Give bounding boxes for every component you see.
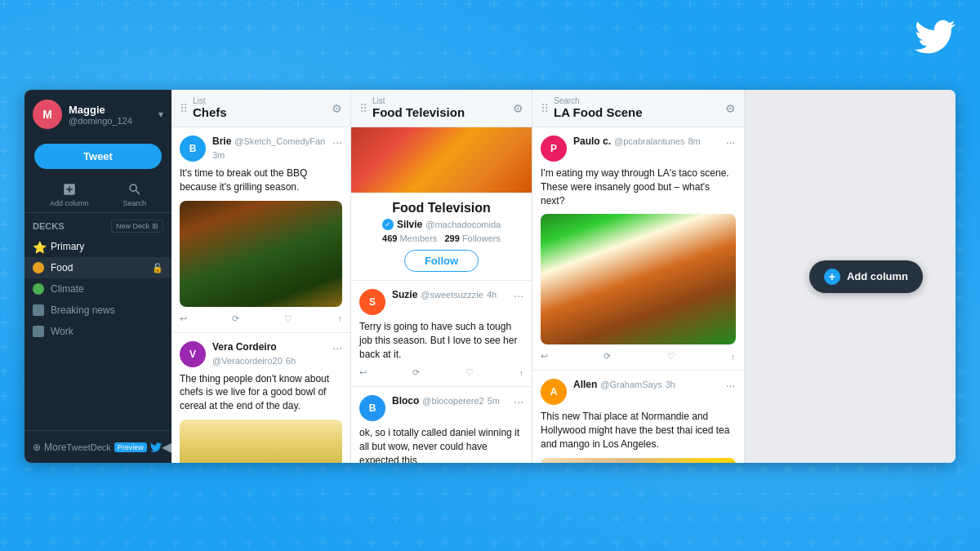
column-settings-icon[interactable]: ⚙ — [513, 102, 523, 115]
chevron-down-icon: ▾ — [158, 109, 163, 120]
sidebar-nav-icons: Add column Search — [24, 177, 172, 213]
drag-handle-icon[interactable]: ⠿ — [180, 102, 188, 115]
verified-badge: ✓ — [382, 219, 394, 230]
thai-woman-image — [541, 458, 736, 463]
tweet-handle: @Sketch_ComedyFan — [234, 136, 325, 146]
tweet-name-time: Brie @Sketch_ComedyFan 3m — [212, 136, 332, 160]
sidebar-item-food[interactable]: Food 🔓 — [24, 257, 172, 278]
column-chefs-content: B Brie @Sketch_ComedyFan 3m ··· It's tim… — [172, 127, 350, 463]
follow-button[interactable]: Follow — [404, 250, 479, 272]
decks-header: Decks New Deck ⊞ — [24, 213, 172, 236]
column-settings-icon[interactable]: ⚙ — [725, 102, 736, 115]
like-button[interactable]: ♡ — [667, 351, 675, 362]
display-name: Maggie — [69, 104, 158, 116]
tweet-button[interactable]: Tweet — [34, 144, 162, 169]
avatar: M — [33, 100, 62, 129]
tweet-image — [541, 458, 736, 463]
cereal-image — [180, 420, 342, 463]
user-profile[interactable]: M Maggie @domingo_124 ▾ — [24, 90, 172, 139]
sidebar-bottom: ⊕ More TweetDeck Preview ◀ — [24, 430, 172, 463]
share-button[interactable]: ↑ — [519, 368, 523, 378]
reply-button[interactable]: ↩ — [180, 313, 187, 324]
share-button[interactable]: ↑ — [337, 313, 342, 323]
column-title-chefs: Chefs — [193, 105, 227, 119]
plus-icon: ⊞ — [152, 222, 158, 230]
drag-handle-icon[interactable]: ⠿ — [541, 102, 549, 115]
tacos-image — [541, 214, 736, 344]
tweet-actions: ↩ ⟳ ♡ ↑ — [359, 367, 523, 378]
list-owner-row: ✓ Silvie @machadocomida — [361, 219, 522, 230]
sidebar-item-climate[interactable]: Climate — [24, 278, 172, 300]
column-title-la: LA Food Scene — [554, 105, 643, 119]
share-button[interactable]: ↑ — [731, 352, 736, 362]
tweet-user-info: Paulo c. @pcabralantunes 8m — [573, 136, 726, 147]
tweet-text: The thing people don't know about chefs … — [180, 372, 342, 413]
column-settings-icon[interactable]: ⚙ — [332, 102, 342, 115]
column-food-television: ⠿ List Food Television ⚙ Food Television — [351, 90, 532, 463]
primary-deck-icon: ⭐ — [33, 241, 44, 252]
column-chefs-header-text: List Chefs — [193, 96, 332, 120]
sidebar-item-work[interactable]: Work — [24, 321, 172, 342]
more-button[interactable]: ⊕ More — [33, 442, 66, 453]
drag-handle-icon[interactable]: ⠿ — [359, 102, 368, 115]
tweet-name: Allen — [573, 379, 597, 390]
tweet-avatar: P — [541, 136, 567, 162]
deck-name-primary: Primary — [51, 241, 163, 252]
tweet-name: Brie — [212, 136, 231, 147]
tweet-avatar: B — [359, 395, 385, 421]
tweet-time: 4h — [487, 290, 497, 300]
tweet-more-icon[interactable]: ··· — [332, 136, 342, 149]
tweet-user-info: Vera Cordeiro @Veracordeiro20 6h — [212, 341, 332, 366]
like-button[interactable]: ♡ — [284, 313, 292, 324]
tweet-user-info: Suzie @sweetsuzzzie 4h — [392, 289, 514, 300]
tweet-name-time: Paulo c. @pcabralantunes 8m — [573, 136, 726, 147]
column-type-label: List — [372, 96, 513, 105]
retweet-button[interactable]: ⟳ — [232, 313, 239, 324]
tweet-name: Suzie — [392, 289, 417, 300]
tweet-more-icon[interactable]: ··· — [514, 395, 523, 408]
tweet-user-info: Brie @Sketch_ComedyFan 3m — [212, 136, 332, 160]
add-column-nav-item[interactable]: Add column — [50, 182, 89, 207]
tweet-header: V Vera Cordeiro @Veracordeiro20 6h ··· — [180, 341, 342, 367]
tweet-handle: @GrahamSays — [600, 380, 662, 389]
tweet-avatar: S — [359, 289, 385, 315]
tweet-text: It's time to break out the BBQ because i… — [180, 167, 342, 194]
new-deck-button[interactable]: New Deck ⊞ — [111, 220, 163, 233]
tweet-time: 8m — [688, 136, 700, 146]
collapse-sidebar-button[interactable]: ◀ — [162, 439, 172, 455]
column-chefs: ⠿ List Chefs ⚙ B Brie @Sketch_ComedyFa — [172, 90, 351, 463]
like-button[interactable]: ♡ — [466, 367, 474, 378]
tweet-user-info: Bloco @blocoperere2 5m — [392, 395, 514, 407]
preview-badge: Preview — [114, 442, 147, 452]
deck-name-breaking-news: Breaking news — [51, 304, 163, 316]
empty-right-area: + Add column — [745, 90, 956, 463]
column-chefs-header: ⠿ List Chefs ⚙ — [172, 90, 350, 127]
tweet-header: B Bloco @blocoperere2 5m ··· — [359, 395, 523, 421]
tweet-more-icon[interactable]: ··· — [726, 379, 736, 392]
tweet-more-icon[interactable]: ··· — [332, 341, 342, 354]
tweet-more-icon[interactable]: ··· — [726, 136, 736, 149]
lock-icon: 🔓 — [152, 263, 163, 273]
add-column-button[interactable]: + Add column — [809, 260, 923, 293]
list-header-title: Food Television — [361, 201, 522, 216]
column-type-label: List — [193, 96, 332, 105]
circle-icon: ⊕ — [33, 442, 41, 453]
tweet-handle: @pcabralantunes — [614, 136, 684, 146]
food-tv-hero-image — [351, 127, 532, 193]
retweet-button[interactable]: ⟳ — [604, 351, 611, 362]
reply-button[interactable]: ↩ — [541, 351, 548, 362]
tweet-time: 3m — [212, 150, 225, 160]
search-nav-item[interactable]: Search — [122, 182, 146, 207]
list-owner-name: Silvie — [397, 219, 422, 230]
add-column-label: Add column — [50, 199, 89, 207]
tweet-text: This new Thai place at Normandie and Hol… — [541, 410, 736, 451]
reply-button[interactable]: ↩ — [359, 367, 367, 378]
sidebar-item-breaking-news[interactable]: Breaking news — [24, 300, 172, 321]
retweet-button[interactable]: ⟳ — [412, 367, 420, 378]
tweet-time: 3h — [666, 380, 675, 389]
tweet-actions: ↩ ⟳ ♡ ↑ — [541, 351, 736, 362]
tweet-more-icon[interactable]: ··· — [514, 289, 523, 302]
tweet-image — [541, 214, 736, 344]
sidebar-item-primary[interactable]: ⭐ Primary — [24, 236, 172, 257]
tweet-card: B Brie @Sketch_ComedyFan 3m ··· It's tim… — [172, 127, 350, 333]
